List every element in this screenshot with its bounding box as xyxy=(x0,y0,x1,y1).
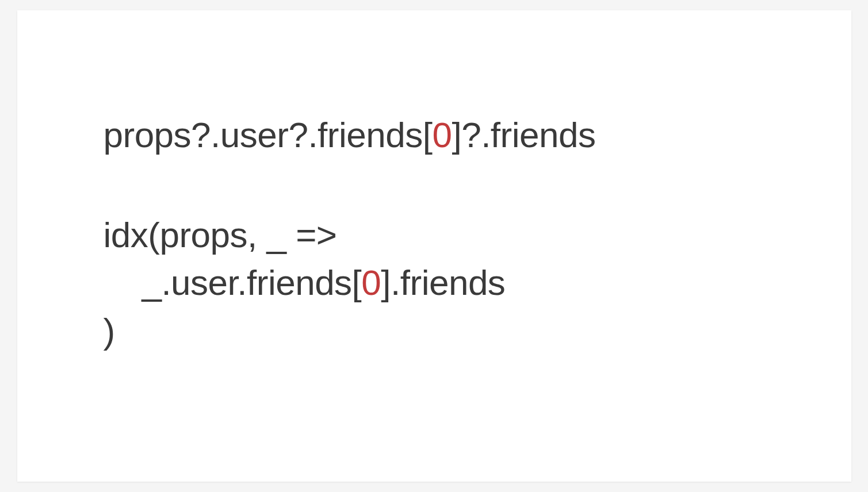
code-line-2-1: idx(props, _ => xyxy=(104,211,765,259)
code-number: 0 xyxy=(361,263,381,302)
code-line-2-2: _.user.friends[0].friends xyxy=(104,259,765,307)
code-block-idx: idx(props, _ => _.user.friends[0].friend… xyxy=(104,211,765,355)
code-text: props?.user?.friends[ xyxy=(104,115,433,155)
code-text: _.user.friends[ xyxy=(104,263,362,302)
code-number: 0 xyxy=(432,115,452,155)
code-text: ]?.friends xyxy=(452,115,595,155)
code-block-optional-chaining: props?.user?.friends[0]?.friends xyxy=(104,111,765,159)
spacer xyxy=(104,159,765,211)
code-text: ) xyxy=(104,311,115,351)
code-line-1: props?.user?.friends[0]?.friends xyxy=(104,111,765,159)
code-text: ].friends xyxy=(381,263,505,302)
code-text: idx(props, _ => xyxy=(104,215,337,255)
code-line-2-3: ) xyxy=(104,307,765,355)
slide-container: props?.user?.friends[0]?.friends idx(pro… xyxy=(17,10,851,482)
